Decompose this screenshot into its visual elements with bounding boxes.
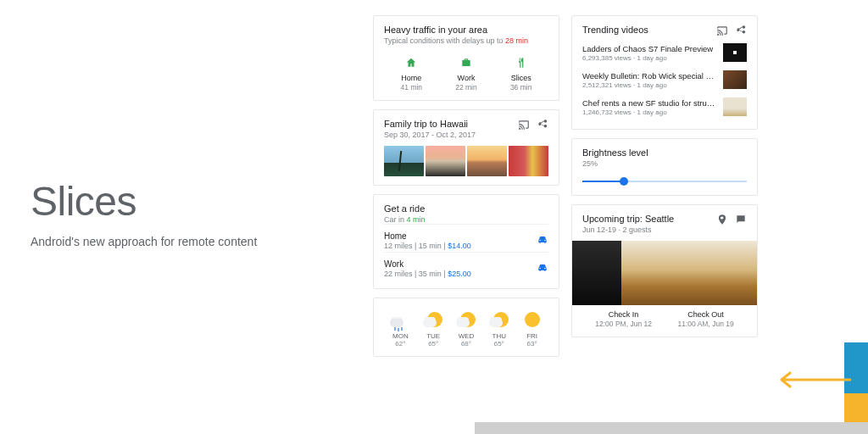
trending-item[interactable]: Ladders of Chaos S7 Finale Preview6,293,… <box>582 39 747 66</box>
weather-partly-icon <box>424 310 442 329</box>
traffic-delay: 28 min <box>505 36 528 45</box>
slider-thumb[interactable] <box>620 177 628 186</box>
traffic-item-home[interactable]: Home 41 min <box>401 57 423 92</box>
trending-title: Trending videos <box>582 25 648 35</box>
weather-day[interactable]: WED 68° <box>457 310 476 348</box>
cards-column-left: Heavy traffic in your area Typical condi… <box>373 15 559 357</box>
ride-eta: 4 min <box>407 215 426 224</box>
album-thumb[interactable] <box>426 146 465 176</box>
share-icon[interactable] <box>735 25 747 39</box>
car-icon <box>537 234 548 248</box>
message-icon[interactable] <box>735 214 747 228</box>
ride-subtitle: Car in 4 min <box>384 215 548 224</box>
weather-day[interactable]: MON 62° <box>391 310 409 348</box>
checkin-block[interactable]: Check In 12:00 PM, Jun 12 <box>595 310 652 328</box>
weather-sunny-icon <box>523 310 542 329</box>
traffic-destinations: Home 41 min Work 22 min Slices 36 min <box>384 57 548 92</box>
share-icon[interactable] <box>537 119 548 133</box>
video-thumbnail <box>723 43 747 62</box>
trip-subtitle: Jun 12-19 · 2 guests <box>582 225 674 234</box>
cast-icon[interactable] <box>716 25 728 39</box>
brightness-title: Brightness level <box>582 147 747 158</box>
traffic-subtitle: Typical conditions with delays up to 28 … <box>384 36 548 45</box>
traffic-title: Heavy traffic in your area <box>384 25 548 35</box>
weather-partly-icon <box>490 310 509 329</box>
video-thumbnail <box>723 70 747 89</box>
album-thumb[interactable] <box>467 146 507 176</box>
ride-title: Get a ride <box>384 203 548 214</box>
cards-grid: Heavy traffic in your area Typical condi… <box>373 15 758 357</box>
decorative-block <box>844 393 868 422</box>
brightness-slider[interactable] <box>582 176 747 186</box>
trip-title: Upcoming trip: Seattle <box>582 214 674 224</box>
weather-partly-icon <box>457 310 476 329</box>
hero-title: Slices <box>31 178 336 225</box>
location-icon[interactable] <box>716 214 728 228</box>
trending-card[interactable]: Trending videos Ladders of Chaos S7 Fina… <box>571 15 758 130</box>
weather-day[interactable]: TUE 65° <box>424 310 442 348</box>
weather-rain-icon <box>391 310 409 329</box>
traffic-item-work[interactable]: Work 22 min <box>455 57 477 92</box>
album-title: Family trip to Hawaii <box>384 119 476 129</box>
trending-item[interactable]: Weekly Bulletin: Rob Wick special appear… <box>582 66 747 93</box>
album-dates: Sep 30, 2017 - Oct 2, 2017 <box>384 131 476 139</box>
restaurant-icon <box>510 57 532 70</box>
brightness-value: 25% <box>582 159 747 168</box>
trip-photo <box>572 241 757 305</box>
trip-checkin-row: Check In 12:00 PM, Jun 12 Check Out 11:0… <box>582 310 747 328</box>
trip-card[interactable]: Upcoming trip: Seattle Jun 12-19 · 2 gue… <box>571 204 758 337</box>
brightness-card[interactable]: Brightness level 25% <box>571 138 758 196</box>
ride-row-home[interactable]: Home 12 miles | 15 min | $14.00 <box>384 224 548 252</box>
album-thumbnails <box>384 146 548 176</box>
decorative-bar <box>475 422 868 434</box>
ride-card[interactable]: Get a ride Car in 4 min Home 12 miles | … <box>373 194 559 289</box>
briefcase-icon <box>455 57 477 70</box>
weather-day[interactable]: FRI 63° <box>523 310 542 348</box>
weather-card[interactable]: MON 62° TUE 65° WED 68° THU 65° <box>373 298 559 357</box>
ride-row-work[interactable]: Work 22 miles | 35 min | $25.00 <box>384 252 548 280</box>
album-card[interactable]: Family trip to Hawaii Sep 30, 2017 - Oct… <box>373 109 559 186</box>
decorative-arrow-icon <box>775 371 851 388</box>
video-thumbnail <box>723 97 747 116</box>
album-thumb[interactable] <box>509 146 548 176</box>
trending-item[interactable]: Chef rents a new SF studio for strugglin… <box>582 93 747 120</box>
hero-subtitle: Android's new approach for remote conten… <box>31 235 336 248</box>
album-thumb[interactable] <box>384 146 424 176</box>
cast-icon[interactable] <box>518 119 530 133</box>
weather-day[interactable]: THU 65° <box>490 310 509 348</box>
home-icon <box>401 57 423 70</box>
hero-panel: Slices Android's new approach for remote… <box>31 178 336 248</box>
cards-column-right: Trending videos Ladders of Chaos S7 Fina… <box>571 15 758 357</box>
traffic-card[interactable]: Heavy traffic in your area Typical condi… <box>373 15 559 101</box>
checkout-block[interactable]: Check Out 11:00 AM, Jun 19 <box>678 310 734 328</box>
car-icon <box>537 262 548 276</box>
traffic-item-slices[interactable]: Slices 36 min <box>510 57 532 92</box>
